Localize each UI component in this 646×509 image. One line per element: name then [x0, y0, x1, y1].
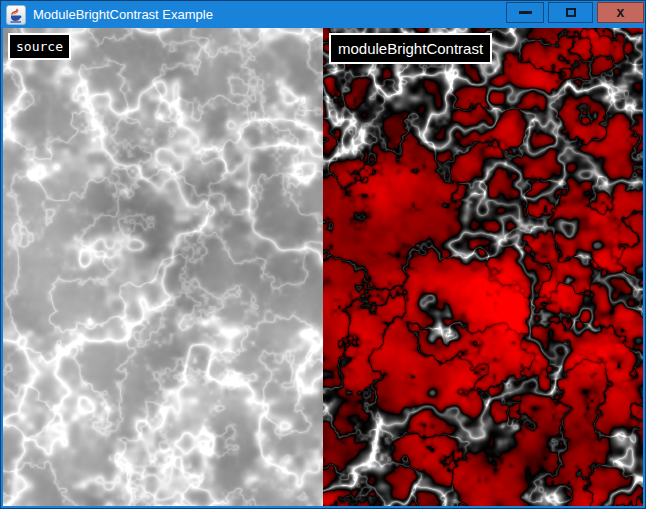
close-button[interactable]: x [597, 2, 644, 23]
modulebrightcontrast-panel: moduleBrightContrast [323, 28, 643, 506]
close-icon: x [617, 5, 625, 19]
modulebrightcontrast-image-label: moduleBrightContrast [329, 33, 492, 64]
maximize-icon [566, 8, 576, 17]
maximize-button[interactable] [548, 2, 593, 23]
minimize-button[interactable] [506, 2, 544, 23]
app-window: ModuleBrightContrast Example x source mo… [0, 0, 646, 509]
content-area: source moduleBrightContrast [1, 28, 645, 508]
source-panel: source [3, 28, 323, 506]
titlebar[interactable]: ModuleBrightContrast Example x [1, 1, 645, 28]
source-image-canvas [3, 28, 323, 506]
source-image-label: source [8, 33, 71, 60]
minimize-icon [519, 11, 532, 14]
java-cup-icon [6, 5, 26, 25]
window-controls: x [506, 2, 644, 23]
window-title: ModuleBrightContrast Example [33, 1, 506, 28]
modulebrightcontrast-image-canvas [323, 28, 643, 506]
